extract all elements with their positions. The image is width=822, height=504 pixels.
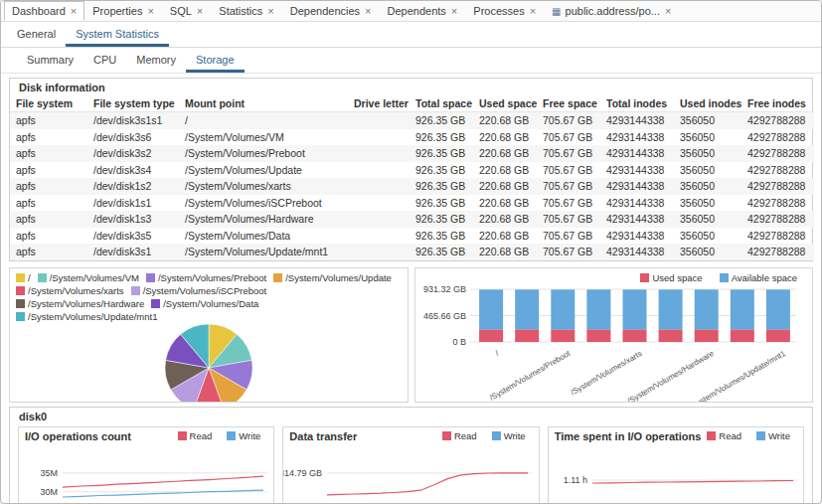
window-tab-processes[interactable]: Processes× bbox=[465, 1, 544, 21]
window-tab-properties[interactable]: Properties× bbox=[84, 1, 162, 21]
subtab-summary[interactable]: Summary bbox=[17, 48, 83, 73]
legend-label: Available space bbox=[732, 272, 797, 283]
tab-label: Dashboard bbox=[12, 5, 66, 17]
column-header-used-space: Used space bbox=[473, 95, 537, 112]
window-tab-dependents[interactable]: Dependents× bbox=[380, 1, 466, 21]
legend-label: Read bbox=[454, 430, 477, 441]
legend-swatch bbox=[178, 431, 187, 440]
disk0-title: disk0 bbox=[10, 408, 812, 424]
table-cell: 705.67 GB bbox=[537, 178, 600, 195]
legend-swatch bbox=[720, 273, 729, 282]
tab-label: Statistics bbox=[219, 5, 262, 17]
tab-close-icon[interactable]: × bbox=[71, 6, 77, 17]
chart-panel-i-o-operations-count: I/O operations countReadWrite35M30M bbox=[18, 426, 274, 504]
chart-title: Data transfer bbox=[289, 430, 357, 442]
table-cell: 4292788288 bbox=[741, 211, 814, 228]
tab-close-icon[interactable]: × bbox=[365, 6, 371, 17]
subtab-cpu[interactable]: CPU bbox=[83, 48, 126, 73]
table-cell: 926.35 GB bbox=[410, 178, 473, 195]
legend-label: Write bbox=[239, 430, 260, 441]
legend-swatch bbox=[227, 431, 236, 440]
table-cell: 705.67 GB bbox=[537, 162, 600, 179]
column-header-total-space: Total space bbox=[410, 95, 473, 112]
tab-close-icon[interactable]: × bbox=[451, 6, 457, 17]
legend-swatch bbox=[151, 299, 160, 308]
tab-label: Processes bbox=[473, 5, 524, 17]
legend-swatch bbox=[16, 286, 25, 295]
window-tab-dependencies[interactable]: Dependencies× bbox=[282, 1, 380, 21]
table-cell bbox=[348, 129, 410, 146]
window-tab-statistics[interactable]: Statistics× bbox=[211, 1, 281, 21]
tab-close-icon[interactable]: × bbox=[147, 6, 153, 17]
table-cell: /System/Volumes/Hardware bbox=[179, 211, 348, 228]
table-cell: 356050 bbox=[674, 195, 741, 212]
legend-item-write: Write bbox=[492, 430, 526, 441]
table-cell: /System/Volumes/Update bbox=[179, 162, 348, 179]
legend-label: /System/Volumes/Update bbox=[285, 272, 392, 283]
table-cell: 705.67 GB bbox=[537, 195, 600, 212]
table-cell: 926.35 GB bbox=[410, 112, 473, 129]
table-cell: apfs bbox=[10, 244, 87, 260]
disk-space-bar-panel: Used spaceAvailable space 0 B465.66 GB93… bbox=[414, 267, 814, 403]
svg-text:35M: 35M bbox=[40, 467, 58, 477]
svg-text:1.11 h: 1.11 h bbox=[563, 475, 586, 485]
legend-label: Write bbox=[768, 430, 790, 441]
table-cell: 220.68 GB bbox=[473, 112, 537, 129]
chart-header: Data transferReadWrite bbox=[283, 427, 538, 444]
table-header-row: File systemFile system typeMount pointDr… bbox=[10, 95, 814, 112]
tab-close-icon[interactable]: × bbox=[267, 6, 273, 17]
table-cell: 4292788288 bbox=[741, 228, 814, 245]
table-cell: 220.68 GB bbox=[473, 178, 537, 195]
table-cell bbox=[348, 228, 410, 245]
table-cell: 220.68 GB bbox=[473, 195, 537, 212]
legend-item-system-volumes-hardware: /System/Volumes/Hardware bbox=[16, 298, 144, 309]
subtab-storage[interactable]: Storage bbox=[186, 48, 245, 73]
column-header-total-inodes: Total inodes bbox=[600, 95, 674, 112]
table-cell: 926.35 GB bbox=[410, 211, 473, 228]
tab-close-icon[interactable]: × bbox=[530, 6, 536, 17]
legend-item-: / bbox=[16, 272, 31, 283]
svg-text:931.32 GB: 931.32 GB bbox=[422, 284, 465, 294]
table-cell: 4293144338 bbox=[600, 162, 674, 179]
table-cell bbox=[348, 211, 410, 228]
svg-text:30M: 30M bbox=[40, 486, 58, 496]
table-cell: /System/Volumes/Data bbox=[179, 228, 348, 245]
table-cell: 356050 bbox=[674, 244, 741, 260]
window-tab-sql[interactable]: SQL× bbox=[162, 1, 211, 21]
window-tab-public-address-po[interactable]: ▦public.address/po...× bbox=[544, 1, 679, 21]
legend-item-read: Read bbox=[178, 430, 213, 441]
legend-label: /System/Volumes/Hardware bbox=[28, 298, 144, 309]
tab-label: public.address/po... bbox=[566, 5, 660, 17]
legend-item-write: Write bbox=[227, 430, 260, 441]
table-cell bbox=[348, 112, 410, 129]
tab-label: SQL bbox=[170, 5, 192, 17]
table-cell: /dev/disk3s6 bbox=[87, 129, 179, 146]
legend-label: /System/Volumes/VM bbox=[50, 272, 139, 283]
tab-close-icon[interactable]: × bbox=[197, 6, 203, 17]
tab-system-statistics[interactable]: System Statistics bbox=[66, 22, 169, 47]
table-cell: 4292788288 bbox=[741, 145, 814, 162]
table-cell: 4293144338 bbox=[600, 195, 674, 212]
table-cell bbox=[348, 244, 410, 260]
table-cell: 705.67 GB bbox=[537, 244, 600, 260]
table-cell: 4292788288 bbox=[741, 129, 814, 146]
legend-item-system-volumes-data: /System/Volumes/Data bbox=[151, 298, 258, 309]
chart-legend: ReadWrite bbox=[178, 430, 268, 441]
table-cell: 220.68 GB bbox=[473, 129, 537, 146]
line-chart-i-o-operations-count: 35M30M bbox=[19, 444, 271, 504]
table-cell: /dev/disk1s2 bbox=[87, 178, 179, 195]
disk-space-bar-chart: 0 B465.66 GB931.32 GB//System/Volumes/Pr… bbox=[415, 284, 802, 402]
table-cell: /System/Volumes/Preboot bbox=[179, 145, 348, 162]
table-cell: apfs bbox=[10, 145, 87, 162]
legend-swatch bbox=[16, 299, 25, 308]
table-cell: 4292788288 bbox=[741, 112, 814, 129]
tab-label: Dependencies bbox=[290, 5, 360, 17]
window-tab-dashboard[interactable]: Dashboard× bbox=[4, 1, 84, 21]
bar-legend: Used spaceAvailable space bbox=[640, 272, 804, 283]
table-row: apfs/dev/disk3s1s1/926.35 GB220.68 GB705… bbox=[10, 112, 814, 129]
table-cell: apfs bbox=[10, 195, 87, 212]
table-cell: 705.67 GB bbox=[537, 112, 600, 129]
tab-close-icon[interactable]: × bbox=[665, 6, 671, 17]
tab-general[interactable]: General bbox=[7, 22, 66, 47]
subtab-memory[interactable]: Memory bbox=[126, 48, 186, 73]
